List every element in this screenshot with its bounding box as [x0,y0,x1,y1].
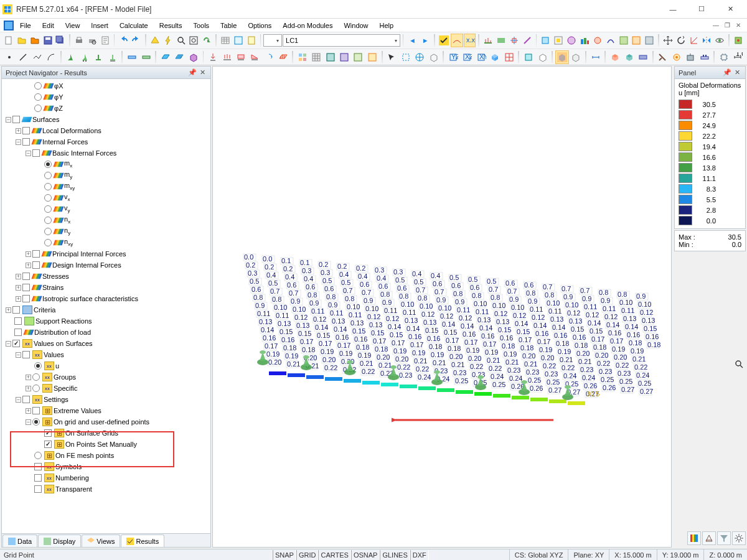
next-icon[interactable]: ► [419,34,431,47]
tree-item[interactable]: +xxGroups [3,371,210,383]
view2-icon[interactable]: XZ [461,50,474,64]
tb3-icon[interactable] [508,34,520,47]
tool3-icon[interactable] [684,50,697,64]
tb2-icon[interactable] [495,34,507,47]
member-icon[interactable] [125,50,138,64]
tree-item[interactable]: +Stresses [3,271,210,282]
sel3-icon[interactable] [413,50,426,64]
tree-item[interactable]: xxTransparent [3,483,210,495]
data-icon[interactable] [232,34,245,47]
status-toggle-glines[interactable]: GLINES [380,550,410,560]
results-on-icon[interactable] [438,34,450,47]
tree-item[interactable]: +Criteria [3,304,210,315]
tree-item[interactable]: +Principal Internal Forces [3,248,210,259]
tree-item[interactable]: mxy [3,181,210,192]
tree-item[interactable]: xxNumbering [3,472,210,483]
render1-icon[interactable] [555,50,568,64]
save-icon[interactable] [42,34,54,47]
3d-viewport[interactable]: 0.00.00.10.10.20.20.20.30.30.40.40.50.50… [212,66,672,548]
sel1-icon[interactable] [385,50,398,64]
tree-item[interactable]: φZ [3,103,210,114]
load1-icon[interactable] [206,50,219,64]
tree-item[interactable]: φX [3,80,210,91]
panel-legend-icon[interactable] [687,531,701,545]
tb6-icon[interactable] [552,34,565,47]
panel-settings-icon[interactable] [732,531,746,545]
tb13-icon[interactable] [643,34,655,47]
tb10-icon[interactable] [604,34,617,47]
tab-views[interactable]: Views [82,534,120,547]
tree-item[interactable]: On Points Set Manually [3,439,210,450]
status-toggle-dxf[interactable]: DXF [410,550,429,560]
tree-item[interactable]: −On grid and user-defined points [3,416,210,427]
status-toggle-grid[interactable]: GRID [296,550,319,560]
open-icon[interactable] [16,34,28,47]
tree-item[interactable]: −xxValues [3,349,210,360]
tree-item[interactable]: −Surfaces [3,114,210,125]
tree-item[interactable]: xxu [3,360,210,371]
tree-item[interactable]: On Surface Grids [3,427,210,439]
panel-close-icon[interactable]: ✕ [733,68,741,77]
tree-item[interactable]: +xxSpecific [3,383,210,394]
polyline-icon[interactable] [31,50,44,64]
print-icon[interactable] [73,34,85,47]
load5-icon[interactable] [262,50,275,64]
member2-icon[interactable] [139,50,153,64]
menu-view[interactable]: View [60,21,85,30]
zoom-fit-icon[interactable] [188,34,200,47]
tree-item[interactable]: my [3,170,210,181]
support2-icon[interactable] [78,50,91,64]
open2-icon[interactable] [29,34,41,47]
panel-scale-icon[interactable] [702,531,716,545]
render2-icon[interactable] [570,50,583,64]
tb9-icon[interactable] [591,34,604,47]
tab-display[interactable]: Display [38,534,81,547]
sel4-icon[interactable] [427,50,440,64]
menu-window[interactable]: Window [339,21,373,30]
gen5-icon[interactable] [352,50,365,64]
menu-calculate[interactable]: Calculate [115,21,153,30]
tb4-icon[interactable] [521,34,533,47]
tree-item[interactable]: vx [3,192,210,203]
dsp3-icon[interactable] [636,50,649,64]
tool4-icon[interactable] [698,50,711,64]
menu-addons[interactable]: Add-on Modules [278,21,337,30]
values-icon[interactable]: x.xx [464,34,476,47]
close-button[interactable]: ✕ [716,0,745,19]
view4-icon[interactable] [489,50,502,64]
mdi-minimize[interactable]: — [711,21,721,30]
view1-icon[interactable]: YZ [446,50,459,64]
magnify-side-icon[interactable] [732,357,746,371]
panel-filter-icon[interactable] [717,531,731,545]
misc1-icon[interactable] [522,50,535,64]
load4-icon[interactable] [248,50,261,64]
tool2-icon[interactable] [670,50,683,64]
menu-results[interactable]: Results [154,21,187,30]
surface2-icon[interactable] [173,50,186,64]
load6-icon[interactable] [276,50,289,64]
surface-icon[interactable] [159,50,172,64]
mdi-close[interactable]: ✕ [733,21,743,30]
tree-item[interactable]: Support Reactions [3,315,210,327]
axes-icon[interactable] [688,34,700,47]
tree-item[interactable]: vy [3,203,210,215]
table-icon[interactable] [219,34,232,47]
gen6-icon[interactable] [365,50,378,64]
loadcase-combo[interactable]: LC1▾ [283,34,400,47]
tree-item[interactable]: nx [3,215,210,226]
load2-icon[interactable] [220,50,233,64]
menu-file[interactable]: File [15,21,36,30]
tree-item[interactable]: φY [3,91,210,103]
tree-item[interactable]: ny [3,226,210,237]
tree-item[interactable]: nxy [3,237,210,248]
deform-icon[interactable] [451,34,463,47]
tab-data[interactable]: Data [2,534,37,547]
mdi-restore[interactable]: ❐ [722,21,732,30]
status-toggle-osnap[interactable]: OSNAP [351,550,380,560]
tool1-icon[interactable] [656,50,669,64]
printpreview-icon[interactable] [86,34,98,47]
tree-item[interactable]: +Design Internal Forces [3,259,210,271]
gen2-icon[interactable] [309,50,322,64]
combo-small[interactable]: ▾ [263,34,282,47]
tree-item[interactable]: Distribution of load [3,327,210,338]
